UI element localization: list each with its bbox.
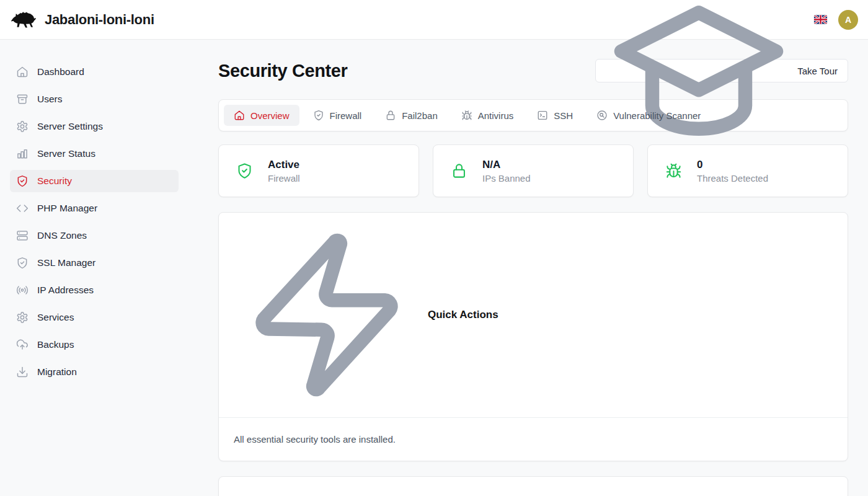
- app-title: Jabaloni-loni-loni: [45, 12, 154, 28]
- sidebar-item-services[interactable]: Services: [10, 306, 179, 329]
- sidebar-item-php-manager[interactable]: PHP Manager: [10, 197, 179, 219]
- sidebar-item-server-settings[interactable]: Server Settings: [10, 115, 179, 138]
- sidebar-item-label: Backups: [37, 339, 74, 350]
- sidebar-item-label: Server Status: [37, 148, 95, 159]
- tab-antivirus[interactable]: Antivirus: [451, 105, 524, 126]
- code-icon: [16, 202, 29, 215]
- lock-icon: [451, 162, 467, 179]
- sidebar-item-ssl-manager[interactable]: SSL Manager: [10, 252, 179, 274]
- sidebar-item-label: DNS Zones: [37, 230, 87, 241]
- radio-icon: [16, 284, 29, 296]
- language-flag-icon[interactable]: [814, 15, 827, 24]
- status-cards: ActiveFirewallN/AIPs Banned0Threats Dete…: [218, 144, 848, 197]
- tab-label: Overview: [250, 110, 290, 121]
- graduation-cap-icon: [606, 0, 792, 164]
- tab-firewall[interactable]: Firewall: [303, 105, 372, 126]
- status-card-label: Firewall: [268, 173, 300, 184]
- sidebar-item-users[interactable]: Users: [10, 88, 179, 110]
- lock-icon: [385, 110, 396, 121]
- clipboard-list-icon: [234, 486, 420, 496]
- status-card-value: N/A: [482, 159, 531, 171]
- bug-icon: [665, 162, 682, 179]
- server-icon: [16, 229, 29, 242]
- gear-icon: [16, 311, 29, 324]
- sidebar-item-security[interactable]: Security: [10, 170, 179, 192]
- status-card-label: IPs Banned: [482, 173, 531, 184]
- archive-icon: [16, 93, 29, 105]
- boar-logo-icon: [10, 8, 38, 32]
- sidebar-item-label: Users: [37, 94, 62, 105]
- status-card-firewall: ActiveFirewall: [218, 144, 419, 197]
- take-tour-button[interactable]: Take Tour: [595, 59, 848, 82]
- sidebar-item-server-status[interactable]: Server Status: [10, 143, 179, 165]
- terminal-icon: [537, 110, 548, 121]
- sidebar-item-label: Services: [37, 312, 74, 323]
- status-card-threats-detected: 0Threats Detected: [647, 144, 848, 197]
- sidebar-item-label: Security: [37, 175, 72, 187]
- sidebar-item-migration[interactable]: Migration: [10, 361, 179, 383]
- user-avatar[interactable]: A: [838, 10, 858, 30]
- quick-actions-message: All essential security tools are install…: [234, 434, 833, 445]
- sidebar-item-dns-zones[interactable]: DNS Zones: [10, 224, 179, 247]
- page-title: Security Center: [218, 61, 347, 81]
- tab-label: Firewall: [330, 110, 362, 121]
- audit-logs-panel: Recent Audit Logs ActionCategoryDescript…: [218, 476, 848, 496]
- tab-label: Fail2ban: [402, 110, 438, 121]
- shield-check-icon: [16, 175, 29, 187]
- tab-fail2ban[interactable]: Fail2ban: [375, 105, 448, 126]
- tab-label: SSH: [554, 110, 573, 121]
- sidebar-item-backups[interactable]: Backups: [10, 334, 179, 356]
- sidebar-item-ip-addresses[interactable]: IP Addresses: [10, 279, 179, 301]
- take-tour-label: Take Tour: [797, 66, 838, 76]
- quick-actions-title: Quick Actions: [428, 309, 498, 321]
- bar-chart-icon: [16, 148, 29, 160]
- tab-vulnerability-scanner[interactable]: Vulnerability Scanner: [587, 105, 711, 126]
- home-icon: [16, 66, 29, 78]
- status-card-ips-banned: N/AIPs Banned: [433, 144, 634, 197]
- scan-search-icon: [596, 110, 608, 121]
- status-card-label: Threats Detected: [697, 173, 768, 184]
- status-card-value: 0: [697, 159, 768, 171]
- tab-ssh[interactable]: SSH: [527, 105, 583, 126]
- bug-icon: [461, 110, 472, 121]
- download-icon: [16, 366, 29, 378]
- zap-icon: [234, 222, 420, 408]
- sidebar-item-label: Dashboard: [37, 66, 84, 78]
- status-card-value: Active: [268, 159, 300, 171]
- sidebar: DashboardUsersServer SettingsServer Stat…: [0, 40, 188, 496]
- shield-check-icon: [313, 110, 324, 121]
- brand[interactable]: Jabaloni-loni-loni: [10, 8, 154, 32]
- cloud-upload-icon: [16, 339, 29, 351]
- tab-overview[interactable]: Overview: [224, 105, 299, 126]
- sidebar-item-dashboard[interactable]: Dashboard: [10, 61, 179, 83]
- quick-actions-panel: Quick Actions All essential security too…: [218, 212, 848, 461]
- sidebar-item-label: SSL Manager: [37, 257, 95, 268]
- shield-check-icon: [236, 162, 253, 179]
- home-icon: [234, 110, 245, 121]
- sidebar-item-label: Server Settings: [37, 121, 103, 132]
- tab-label: Vulnerability Scanner: [613, 110, 701, 121]
- shield-check-icon: [16, 257, 29, 269]
- gear-icon: [16, 120, 29, 133]
- sidebar-item-label: IP Addresses: [37, 285, 94, 296]
- sidebar-item-label: Migration: [37, 366, 77, 378]
- tab-label: Antivirus: [478, 110, 514, 121]
- sidebar-item-label: PHP Manager: [37, 203, 97, 214]
- main-content: Security Center Take Tour OverviewFirewa…: [188, 40, 868, 496]
